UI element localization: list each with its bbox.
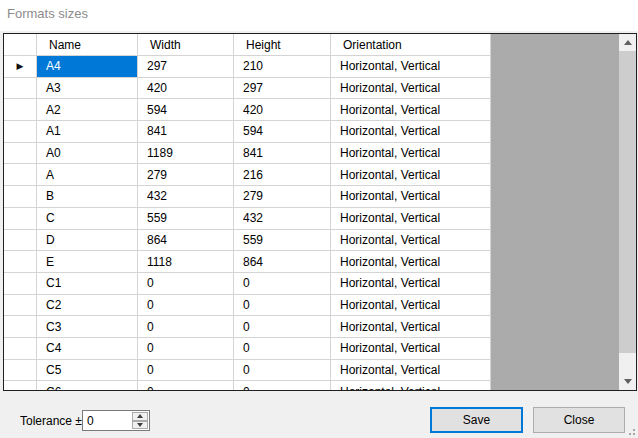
- row-header-cell[interactable]: [4, 208, 37, 230]
- column-header-height[interactable]: Height: [234, 34, 331, 56]
- cell-width[interactable]: 279: [138, 164, 234, 186]
- row-header-cell[interactable]: [4, 186, 37, 208]
- cell-height[interactable]: 864: [234, 251, 331, 273]
- row-header-cell[interactable]: [4, 121, 37, 143]
- cell-height[interactable]: 0: [234, 316, 331, 338]
- cell-name[interactable]: C2: [37, 295, 138, 317]
- scrollbar-thumb[interactable]: [619, 51, 636, 353]
- title-bar: Formats sizes: [0, 0, 638, 31]
- tolerance-value[interactable]: 0: [87, 414, 94, 428]
- spin-up-button[interactable]: [132, 412, 148, 421]
- cell-width[interactable]: 0: [138, 338, 234, 360]
- cell-name[interactable]: A1: [37, 121, 138, 143]
- cell-name[interactable]: A0: [37, 143, 138, 165]
- row-header-cell[interactable]: [4, 316, 37, 338]
- row-header-cell[interactable]: [4, 164, 37, 186]
- cell-orientation[interactable]: Horizontal, Vertical: [331, 208, 491, 230]
- cell-name[interactable]: B: [37, 186, 138, 208]
- scroll-down-button[interactable]: [619, 373, 636, 390]
- row-header-cell[interactable]: [4, 360, 37, 382]
- cell-height[interactable]: 432: [234, 208, 331, 230]
- cell-height[interactable]: 0: [234, 295, 331, 317]
- table-row: A 279 216 Horizontal, Vertical: [4, 164, 619, 186]
- cell-name[interactable]: E: [37, 251, 138, 273]
- cell-height[interactable]: 210: [234, 56, 331, 78]
- cell-orientation[interactable]: Horizontal, Vertical: [331, 164, 491, 186]
- cell-name[interactable]: A3: [37, 78, 138, 100]
- cell-name[interactable]: C3: [37, 316, 138, 338]
- spin-down-button[interactable]: [132, 421, 148, 430]
- cell-width[interactable]: 0: [138, 360, 234, 382]
- cell-width[interactable]: 0: [138, 316, 234, 338]
- column-header-width[interactable]: Width: [138, 34, 234, 56]
- cell-width[interactable]: 0: [138, 273, 234, 295]
- row-header-cell[interactable]: [4, 273, 37, 295]
- cell-name[interactable]: C1: [37, 273, 138, 295]
- cell-name[interactable]: C5: [37, 360, 138, 382]
- cell-width[interactable]: 1118: [138, 251, 234, 273]
- cell-width[interactable]: 559: [138, 208, 234, 230]
- cell-name[interactable]: A2: [37, 99, 138, 121]
- cell-height[interactable]: 279: [234, 186, 331, 208]
- cell-orientation[interactable]: Horizontal, Vertical: [331, 381, 491, 390]
- cell-height[interactable]: 0: [234, 360, 331, 382]
- row-header-cell[interactable]: ▶: [4, 56, 37, 78]
- cell-width[interactable]: 864: [138, 230, 234, 252]
- table-row: C6 0 0 Horizontal, Vertical: [4, 381, 619, 390]
- close-button[interactable]: Close: [533, 407, 625, 433]
- cell-name[interactable]: C: [37, 208, 138, 230]
- column-header-name[interactable]: Name: [37, 34, 138, 56]
- scroll-up-button[interactable]: [619, 34, 636, 51]
- cell-orientation[interactable]: Horizontal, Vertical: [331, 295, 491, 317]
- cell-width[interactable]: 432: [138, 186, 234, 208]
- cell-width[interactable]: 594: [138, 99, 234, 121]
- cell-height[interactable]: 297: [234, 78, 331, 100]
- column-header-orientation[interactable]: Orientation: [331, 34, 491, 56]
- cell-width[interactable]: 297: [138, 56, 234, 78]
- cell-orientation[interactable]: Horizontal, Vertical: [331, 338, 491, 360]
- cell-height[interactable]: 0: [234, 381, 331, 390]
- row-header-cell[interactable]: [4, 143, 37, 165]
- cell-height[interactable]: 594: [234, 121, 331, 143]
- row-header-cell[interactable]: [4, 78, 37, 100]
- cell-name[interactable]: C4: [37, 338, 138, 360]
- cell-orientation[interactable]: Horizontal, Vertical: [331, 99, 491, 121]
- cell-width[interactable]: 1189: [138, 143, 234, 165]
- cell-orientation[interactable]: Horizontal, Vertical: [331, 316, 491, 338]
- row-header-cell[interactable]: [4, 230, 37, 252]
- cell-orientation[interactable]: Horizontal, Vertical: [331, 273, 491, 295]
- save-button[interactable]: Save: [430, 407, 523, 433]
- row-header-cell[interactable]: [4, 295, 37, 317]
- cell-width[interactable]: 0: [138, 381, 234, 390]
- cell-height[interactable]: 0: [234, 273, 331, 295]
- grid-corner-header-cell[interactable]: [4, 34, 37, 56]
- cell-name[interactable]: A: [37, 164, 138, 186]
- cell-name[interactable]: D: [37, 230, 138, 252]
- cell-name[interactable]: A4: [37, 56, 138, 78]
- cell-width[interactable]: 0: [138, 295, 234, 317]
- cell-orientation[interactable]: Horizontal, Vertical: [331, 360, 491, 382]
- cell-orientation[interactable]: Horizontal, Vertical: [331, 56, 491, 78]
- cell-height[interactable]: 420: [234, 99, 331, 121]
- vertical-scrollbar[interactable]: [619, 34, 636, 390]
- cell-orientation[interactable]: Horizontal, Vertical: [331, 143, 491, 165]
- row-header-cell[interactable]: [4, 338, 37, 360]
- tolerance-spin-buttons: [132, 412, 148, 429]
- cell-width[interactable]: 841: [138, 121, 234, 143]
- cell-height[interactable]: 216: [234, 164, 331, 186]
- cell-orientation[interactable]: Horizontal, Vertical: [331, 230, 491, 252]
- row-header-cell[interactable]: [4, 99, 37, 121]
- cell-orientation[interactable]: Horizontal, Vertical: [331, 78, 491, 100]
- cell-orientation[interactable]: Horizontal, Vertical: [331, 186, 491, 208]
- tolerance-stepper[interactable]: 0: [82, 410, 150, 431]
- cell-width[interactable]: 420: [138, 78, 234, 100]
- cell-orientation[interactable]: Horizontal, Vertical: [331, 121, 491, 143]
- cell-orientation[interactable]: Horizontal, Vertical: [331, 251, 491, 273]
- cell-height[interactable]: 0: [234, 338, 331, 360]
- resize-grip[interactable]: [626, 426, 636, 436]
- cell-height[interactable]: 841: [234, 143, 331, 165]
- row-header-cell[interactable]: [4, 251, 37, 273]
- row-header-cell[interactable]: [4, 381, 37, 390]
- cell-name[interactable]: C6: [37, 381, 138, 390]
- cell-height[interactable]: 559: [234, 230, 331, 252]
